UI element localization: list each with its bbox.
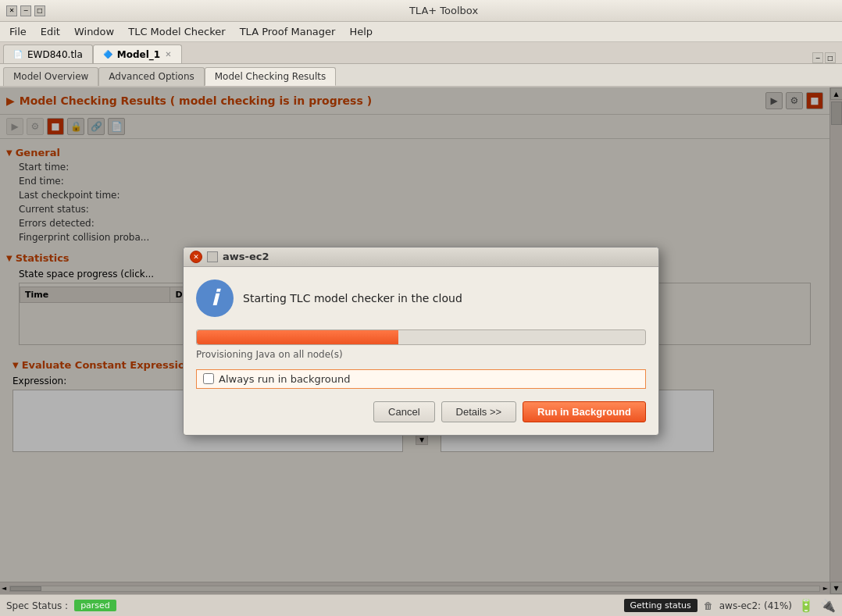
checkbox-row: Always run in background bbox=[196, 369, 646, 389]
tab-ewd840[interactable]: 📄 EWD840.tla bbox=[3, 45, 93, 63]
run-in-background-button[interactable]: Run in Background bbox=[523, 401, 646, 422]
modal-message: Starting TLC model checker in the cloud bbox=[243, 292, 462, 304]
always-bg-container: Always run in background bbox=[196, 369, 646, 389]
battery-icon: 🔋 bbox=[798, 598, 814, 613]
tab-advanced-options[interactable]: Advanced Options bbox=[98, 67, 204, 86]
title-bar: ✕ − □ TLA+ Toolbox bbox=[0, 0, 842, 22]
plugin-icon: 🔌 bbox=[820, 598, 836, 613]
tab-model-overview[interactable]: Model Overview bbox=[3, 67, 98, 86]
window-controls: ✕ − □ bbox=[6, 5, 45, 16]
spec-status-label: Spec Status : bbox=[6, 600, 68, 611]
progress-label: Provisioning Java on all node(s) bbox=[196, 349, 343, 360]
info-icon: i bbox=[196, 280, 234, 317]
menu-bar: File Edit Window TLC Model Checker TLA P… bbox=[0, 22, 842, 42]
editor-tab-bar: 📄 EWD840.tla 🔷 Model_1 ✕ − □ bbox=[0, 42, 842, 64]
tab-model1-label: Model_1 bbox=[117, 49, 160, 60]
modal-close-button[interactable]: ✕ bbox=[190, 251, 202, 263]
status-bar: Spec Status : parsed Getting status 🗑 aw… bbox=[0, 594, 842, 616]
status-right: Getting status 🗑 aws-ec2: (41%) 🔋 🔌 bbox=[624, 598, 837, 613]
modal-buttons: Cancel Details >> Run in Background bbox=[196, 398, 646, 422]
menu-window[interactable]: Window bbox=[68, 24, 120, 39]
modal-titlebar: ✕ aws-ec2 bbox=[184, 247, 658, 267]
always-bg-label: Always run in background bbox=[219, 373, 351, 385]
model-icon: 🔷 bbox=[103, 50, 112, 59]
minimize-button[interactable]: − bbox=[20, 5, 31, 16]
cloud-status: Getting status bbox=[624, 599, 698, 612]
tab-model1-close[interactable]: ✕ bbox=[165, 50, 171, 59]
maximize-button[interactable]: □ bbox=[34, 5, 45, 16]
menu-file[interactable]: File bbox=[3, 24, 33, 39]
modal-overlay: ✕ aws-ec2 i Starting TLC model checker i… bbox=[0, 87, 842, 594]
progress-bar-container bbox=[196, 329, 646, 345]
tab-minimize-icon[interactable]: − bbox=[812, 52, 823, 63]
tab-model-checking-results[interactable]: Model Checking Results bbox=[205, 67, 336, 86]
app-title: TLA+ Toolbox bbox=[52, 5, 836, 16]
inner-tab-bar: Model Overview Advanced Options Model Ch… bbox=[0, 64, 842, 87]
aws-ec2-dialog: ✕ aws-ec2 i Starting TLC model checker i… bbox=[183, 247, 659, 436]
details-button[interactable]: Details >> bbox=[441, 401, 517, 422]
progress-bar-fill bbox=[197, 330, 398, 344]
modal-restore-button[interactable] bbox=[207, 251, 218, 262]
tab-maximize-icon[interactable]: □ bbox=[825, 52, 836, 63]
always-bg-checkbox[interactable] bbox=[203, 373, 214, 384]
menu-tlc[interactable]: TLC Model Checker bbox=[122, 24, 231, 39]
cancel-button[interactable]: Cancel bbox=[373, 401, 434, 422]
tab-model1[interactable]: 🔷 Model_1 ✕ bbox=[93, 45, 182, 63]
trash-icon[interactable]: 🗑 bbox=[704, 600, 713, 611]
aws-status-text: aws-ec2: (41%) bbox=[719, 600, 792, 611]
content-scroll-container: ▶ Model Checking Results ( model checkin… bbox=[0, 87, 842, 594]
modal-title: aws-ec2 bbox=[223, 251, 652, 262]
modal-body: i Starting TLC model checker in the clou… bbox=[184, 267, 658, 435]
spec-status-badge: parsed bbox=[74, 600, 116, 611]
file-icon: 📄 bbox=[13, 50, 23, 59]
progress-container-wrapper: Provisioning Java on all node(s) bbox=[196, 326, 646, 360]
app-window: ✕ − □ TLA+ Toolbox File Edit Window TLC … bbox=[0, 0, 842, 616]
modal-info-row: i Starting TLC model checker in the clou… bbox=[196, 280, 646, 317]
menu-help[interactable]: Help bbox=[343, 24, 379, 39]
tab-ewd840-label: EWD840.tla bbox=[27, 49, 83, 60]
close-button[interactable]: ✕ bbox=[6, 5, 17, 16]
menu-edit[interactable]: Edit bbox=[34, 24, 66, 39]
menu-proof[interactable]: TLA Proof Manager bbox=[234, 24, 342, 39]
